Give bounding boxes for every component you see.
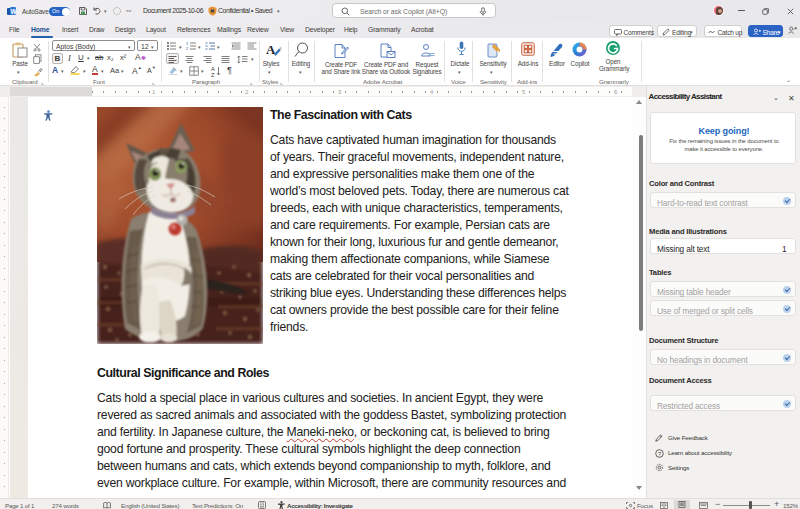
svg-text:2: 2 [186, 46, 189, 50]
svg-text:A: A [266, 42, 276, 57]
svg-text:Z: Z [211, 72, 215, 77]
svg-text:W: W [10, 8, 16, 15]
svg-text:?: ? [658, 450, 661, 456]
